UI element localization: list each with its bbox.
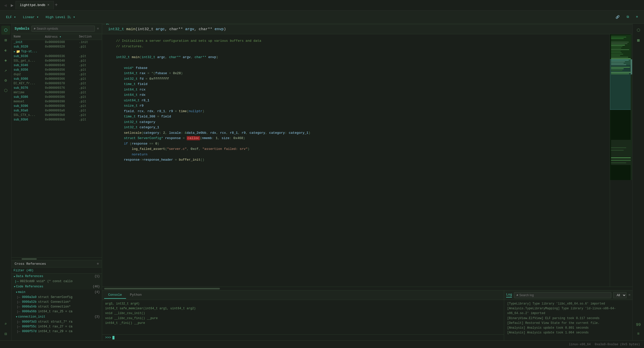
new-tab-button[interactable]: +: [55, 2, 58, 8]
symbol-search-box[interactable]: ⌕: [31, 26, 95, 32]
list-item[interactable]: mktime 0x000009380 .plt: [12, 90, 102, 95]
link-icon[interactable]: 🔗: [614, 14, 622, 20]
symbols-list[interactable]: _init 0x000009308 .init sub_9320 0x00000…: [12, 40, 102, 257]
svg-rect-22: [611, 68, 624, 69]
right-sidebar-item-plugin[interactable]: ⬡: [634, 26, 643, 35]
symbols-title: Symbols: [15, 27, 29, 31]
minimap-canvas: [610, 34, 632, 180]
list-item[interactable]: EC_KEY_fr... 0x000009370 .plt: [12, 81, 102, 86]
list-item[interactable]: sub_9366 0x000009366 .plt: [12, 77, 102, 81]
xref-row[interactable]: |← 0000a56b int64_t rax_25 = ca: [12, 309, 102, 314]
svg-rect-27: [611, 147, 626, 148]
svg-rect-31: [611, 162, 626, 163]
right-sidebar-item-view[interactable]: ▦: [634, 36, 643, 45]
symbol-search-input[interactable]: [37, 27, 93, 30]
svg-rect-8: [611, 46, 622, 47]
code-refs-expand-icon: ▾: [14, 285, 16, 289]
sidebar-item-xrefs[interactable]: ↗: [1, 66, 10, 75]
code-main-area: ↻ int32_t main(int32_t argc, char** argv…: [102, 24, 632, 340]
right-sidebar-item-99[interactable]: 99: [634, 320, 643, 329]
list-item-folder[interactable]: ▸ 📁 Tcp-st...: [12, 49, 102, 54]
main-refs-header[interactable]: ▾ main {4}: [12, 289, 102, 295]
list-item[interactable]: dup2 0x000009360 .plt: [12, 72, 102, 77]
code-line: ssize_t r9: [102, 103, 610, 109]
tab-python[interactable]: Python: [126, 291, 146, 299]
list-item[interactable]: _init 0x000009308 .init: [12, 40, 102, 45]
right-sidebar-item-menu[interactable]: ≡: [634, 329, 643, 338]
log-search-input[interactable]: [519, 293, 609, 297]
sidebar-item-console[interactable]: ⊡: [1, 329, 10, 338]
xref-row[interactable]: |← 0000f57d int64_t rax_29 = ca: [12, 329, 102, 334]
code-scroll[interactable]: // Initializes a server configuration an…: [102, 34, 610, 287]
symbols-table-header: Name Address ▾ Section: [12, 34, 102, 40]
list-item[interactable]: sub_93b6 0x0000093b6 .plt: [12, 117, 102, 122]
minimap[interactable]: [610, 34, 632, 287]
xref-row[interactable]: |← 0000f55c int64_t rax_27 = ca: [12, 324, 102, 329]
sidebar-item-bookmarks[interactable]: ◈: [1, 56, 10, 65]
log-search-box[interactable]: ⌕: [514, 292, 611, 298]
log-header: Log ⌕ All ≡: [504, 290, 632, 300]
code-refs-count: {46}: [93, 285, 100, 288]
sidebar-item-tags[interactable]: ⬖: [1, 46, 10, 55]
code-line: response->response_header = buffer_init(…: [102, 157, 610, 163]
list-item[interactable]: sub_93a6 0x0000093a6 .plt: [12, 108, 102, 113]
sidebar-item-disasm[interactable]: ⊞: [1, 36, 10, 45]
code-line: log_failed_assert("server.c", 0xcf, "ass…: [102, 146, 610, 152]
console-line: int64_t _fini() __pure: [105, 321, 501, 326]
sidebar-item-types[interactable]: ⬡: [1, 86, 10, 95]
log-filter-dropdown[interactable]: All: [613, 292, 626, 298]
back-button[interactable]: ◀: [2, 2, 9, 9]
xref-row[interactable]: |← 0000a3a9 struct ServerConfig: [12, 295, 102, 300]
menu-icon[interactable]: ≡: [634, 14, 640, 20]
col-name-header: Name: [14, 35, 45, 39]
svg-rect-14: [611, 55, 620, 56]
console-input-row: >>>: [102, 334, 504, 340]
xref-row[interactable]: |← 0000a54b struct Connection*: [12, 304, 102, 309]
list-item[interactable]: SSL_CTX_s... 0x0000093b0 .plt: [12, 113, 102, 117]
tab-lighttpd[interactable]: lighttpd.bndb ×: [16, 1, 54, 10]
log-content: [TypeLibrary] Type library 'libc_x86_64.…: [504, 300, 632, 340]
highlevel-dropdown[interactable]: High Level IL ▾: [44, 14, 77, 20]
symbols-header: Symbols ⌕ ≡: [12, 24, 102, 34]
tab-close-button[interactable]: ×: [47, 3, 49, 7]
tab-console[interactable]: Console: [104, 291, 126, 299]
log-menu-icon[interactable]: ≡: [628, 293, 630, 297]
filter-label[interactable]: Filter (48): [14, 269, 33, 272]
console-panel: Console Python arg3, int32_t arg4) int64…: [102, 290, 504, 340]
code-refs-header[interactable]: ▾ Code References {46}: [12, 284, 102, 289]
list-item[interactable]: sub_9356 0x000009356 .plt: [12, 68, 102, 72]
list-item[interactable]: sub_9376 0x000009376 .plt: [12, 86, 102, 90]
linear-dropdown[interactable]: Linear ▾: [21, 14, 41, 20]
forward-button[interactable]: ▶: [9, 2, 16, 9]
list-item[interactable]: sub_9320 0x000009320 .plt: [12, 45, 102, 49]
code-line: noreturn: [102, 152, 610, 157]
xref-row[interactable]: |← 0000f3d3 struct struct_7* ra: [12, 320, 102, 324]
list-item[interactable]: sub_9396 0x000009396 .plt: [12, 104, 102, 108]
code-hscroll[interactable]: [102, 287, 632, 290]
data-refs-header[interactable]: ▸ Data References {1}: [12, 274, 102, 279]
symbols-hscroll[interactable]: [12, 257, 102, 260]
list-item[interactable]: memset 0x000009390 .plt: [12, 99, 102, 104]
list-item[interactable]: SSL_get_s... 0x000009340 .plt: [12, 59, 102, 63]
svg-rect-9: [611, 48, 621, 49]
svg-rect-7: [611, 45, 625, 46]
connection-init-refs-header[interactable]: ▾ connection_init {3}: [12, 314, 102, 320]
elf-dropdown[interactable]: ELF ▾: [4, 14, 18, 20]
list-item[interactable]: sub_9346 0x000009346 .plt: [12, 63, 102, 68]
console-line: void __libc_csu_init(): [105, 311, 501, 316]
list-item[interactable]: sub_9336 0x000009336 .plt: [12, 54, 102, 59]
xrefs-pin-icon[interactable]: ⊕: [97, 262, 99, 266]
tab-log[interactable]: Log: [506, 293, 512, 297]
symbols-menu-icon[interactable]: ≡: [97, 27, 99, 31]
data-ref-item[interactable]: |→ 0023cdd0 void* (* const callo: [12, 279, 102, 284]
list-item[interactable]: sub_9386 0x000009386 .plt: [12, 95, 102, 99]
xref-row[interactable]: |← 0000a52b struct Connection*: [12, 300, 102, 304]
xrefs-panel: Cross References ⊕ Filter (48) ▸ Data Re…: [12, 260, 102, 340]
sidebar-item-home[interactable]: ⬡: [1, 26, 10, 35]
diff-icon[interactable]: ⧉: [625, 14, 631, 20]
sidebar-item-debug[interactable]: ⚙: [1, 76, 10, 85]
log-entry: [Default] Restored View State for the cu…: [507, 321, 629, 326]
log-entry: [Analysis.TypeLibraryMapping] Type libra…: [507, 306, 629, 316]
sidebar-item-search[interactable]: ⌕: [1, 319, 10, 328]
toolbar: ELF ▾ Linear ▾ High Level IL ▾ 🔗 ⧉ ≡: [0, 11, 644, 24]
